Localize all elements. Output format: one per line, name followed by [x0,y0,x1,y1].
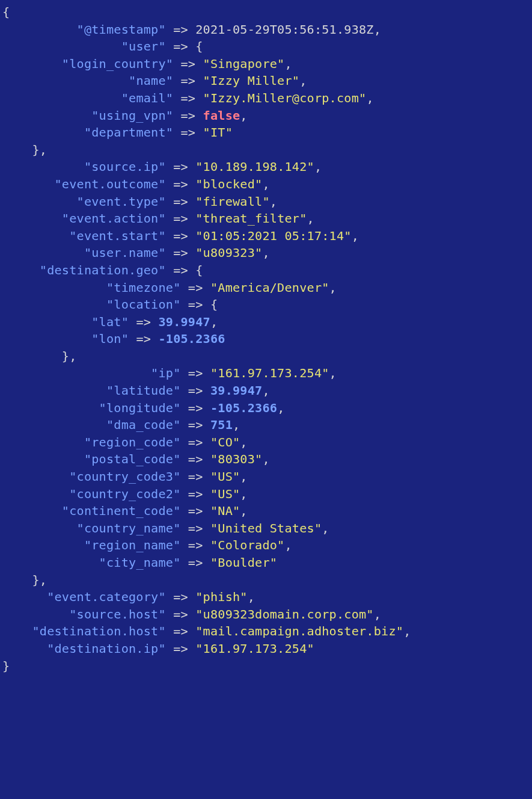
key-dma-code: "dma_code" [106,418,181,432]
comma: , [262,245,269,260]
brace-open: { [195,263,203,277]
key-country-name: "country_name" [77,521,181,535]
key-lon: "lon" [91,332,129,346]
key-region-code: "region_code" [84,435,181,449]
arrow: => [181,401,210,415]
value-country-code2: "US" [210,487,240,501]
value-name: "Izzy Miller" [203,73,300,88]
value-destination-host: "mail.campaign.adhoster.biz" [195,624,403,638]
value-postal-code: "80303" [210,452,262,466]
arrow: => [181,538,210,552]
key-user: "user" [121,39,166,54]
brace-close: } [2,659,10,673]
arrow: => [166,211,195,226]
comma: , [262,452,269,466]
value-ip: "161.97.173.254" [210,366,329,380]
key-login-country: "login_country" [62,57,173,71]
comma: , [374,607,381,622]
value-using-vpn: false [203,108,240,123]
value-event-category: "phish" [195,590,247,604]
brace-open: { [210,297,218,312]
arrow: => [181,280,210,295]
key-using-vpn: "using_vpn" [91,108,173,123]
key-event-type: "event.type" [77,194,166,209]
value-event-action: "threat_filter" [195,211,307,226]
value-longitude: -105.2366 [210,401,277,415]
key-destination-geo: "destination.geo" [40,263,166,277]
arrow: => [166,607,195,622]
value-country-code3: "US" [210,469,240,484]
key-event-start: "event.start" [69,229,166,243]
arrow: => [129,315,158,329]
arrow: => [166,159,195,174]
arrow: => [181,383,210,398]
comma: , [366,91,373,105]
arrow: => [181,504,210,518]
arrow: => [166,39,195,54]
comma: , [352,229,359,243]
comma: , [233,418,240,432]
arrow: => [173,108,203,123]
arrow: => [181,555,210,570]
key-user-name: "user.name" [84,245,166,260]
comma: , [240,487,247,501]
comma: , [374,22,381,37]
value-source-host: "u809323domain.corp.com" [195,607,374,622]
comma: , [322,521,329,535]
key-postal-code: "postal_code" [84,452,181,466]
comma: , [277,401,284,415]
brace-close-comma: }, [32,573,47,587]
key-event-category: "event.category" [47,590,166,604]
value-destination-ip: "161.97.173.254" [195,641,314,656]
arrow: => [181,297,210,312]
key-email: "email" [121,91,173,105]
key-country-code2: "country_code2" [69,487,180,501]
arrow: => [166,177,195,191]
arrow: => [166,641,195,656]
value-region-code: "CO" [210,435,240,449]
arrow: => [173,125,203,140]
value-timezone: "America/Denver" [210,280,329,295]
comma: , [240,108,247,123]
value-latitude: 39.9947 [210,383,262,398]
arrow: => [166,229,195,243]
value-continent-code: "NA" [210,504,240,518]
comma: , [307,211,314,226]
comma: , [240,435,247,449]
brace-open: { [195,39,203,54]
arrow: => [129,332,158,346]
key-destination-host: "destination.host" [32,624,165,638]
value-dma-code: 751 [210,418,233,432]
arrow: => [181,521,210,535]
arrow: => [173,91,203,105]
log-output: { "@timestamp" => 2021-05-29T05:56:51.93… [0,0,532,678]
value-city-name: "Boulder" [210,555,277,570]
key-name: "name" [129,73,173,88]
comma: , [403,624,411,638]
comma: , [329,366,337,380]
comma: , [329,280,337,295]
key-continent-code: "continent_code" [62,504,181,518]
key-department: "department" [84,125,173,140]
comma: , [284,57,292,71]
key-ip: "ip" [151,366,180,380]
key-latitude: "latitude" [106,383,181,398]
key-lat: "lat" [91,315,129,329]
comma: , [299,73,307,88]
arrow: => [181,435,210,449]
value-lat: 39.9947 [158,315,210,329]
key-timezone: "timezone" [106,280,181,295]
comma: , [240,504,247,518]
value-event-start: "01:05:2021 05:17:14" [195,229,351,243]
arrow: => [166,624,195,638]
value-region-name: "Colorado" [210,538,285,552]
key-timestamp: "@timestamp" [77,22,166,37]
key-region-name: "region_name" [84,538,181,552]
key-destination-ip: "destination.ip" [47,641,166,656]
value-event-type: "firewall" [195,194,270,209]
value-user-name: "u809323" [195,245,262,260]
value-country-name: "United States" [210,521,322,535]
arrow: => [166,22,195,37]
key-source-host: "source.host" [69,607,166,622]
key-country-code3: "country_code3" [69,469,180,484]
